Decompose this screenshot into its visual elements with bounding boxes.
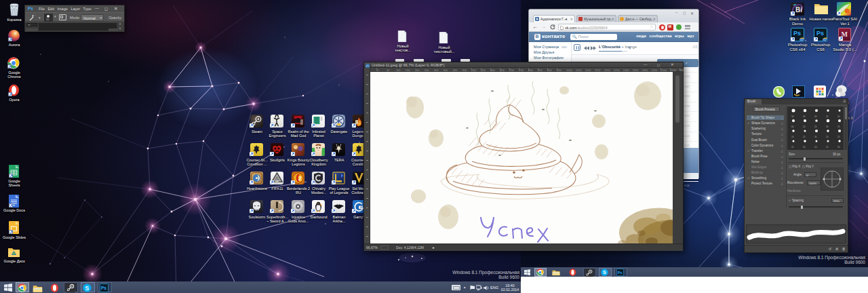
svg-text:30: 30 — [803, 115, 806, 118]
svg-text:25: 25 — [837, 136, 840, 138]
svg-text:20: 20 — [826, 136, 829, 138]
svg-text:30: 30 — [803, 146, 806, 149]
svg-text:30: 30 — [814, 136, 817, 138]
svg-text:20: 20 — [814, 146, 817, 149]
svg-text:25: 25 — [791, 146, 794, 149]
svg-text:60: 60 — [791, 125, 794, 128]
svg-text:S: S — [85, 284, 89, 291]
svg-text:30: 30 — [791, 115, 794, 118]
svg-text:20: 20 — [803, 125, 806, 128]
svg-text:S: S — [603, 269, 606, 275]
svg-text:25: 25 — [814, 125, 817, 128]
svg-text:25: 25 — [826, 146, 829, 149]
svg-text:30: 30 — [814, 115, 817, 118]
svg-text:20: 20 — [837, 115, 840, 118]
svg-text:25: 25 — [837, 125, 840, 128]
svg-text:30: 30 — [837, 146, 840, 149]
svg-text:25: 25 — [826, 115, 829, 118]
svg-text:20: 20 — [791, 136, 794, 138]
svg-text:Bi: Bi — [795, 6, 802, 14]
svg-text:2: 2 — [298, 175, 302, 182]
svg-text:Ps: Ps — [618, 270, 623, 274]
svg-text:25: 25 — [803, 136, 806, 138]
svg-text:30: 30 — [826, 125, 829, 128]
svg-text:Ps: Ps — [101, 286, 106, 290]
